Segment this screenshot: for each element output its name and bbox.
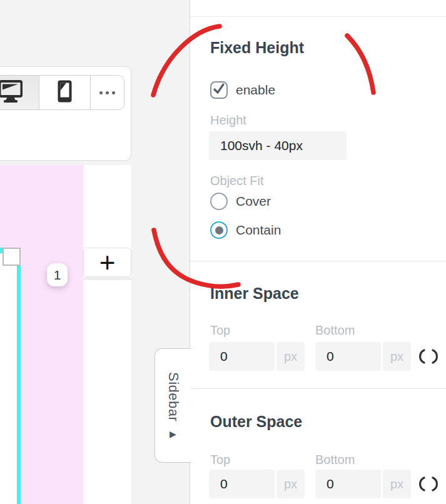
column-gap-band [83,278,131,280]
contain-label: Contain [236,223,281,238]
mobile-preview-button[interactable] [39,76,91,109]
section-divider [190,261,446,261]
outer-bottom-input[interactable] [315,470,381,498]
enable-row: enable [210,81,275,99]
more-devices-button[interactable] [91,76,124,109]
fixed-height-title: Fixed Height [210,39,304,57]
outer-top-field: px [209,470,305,498]
object-fit-option-cover[interactable]: Cover [210,193,271,210]
inner-bottom-input[interactable] [315,342,381,371]
outer-bottom-unit: px [383,470,411,498]
inner-bottom-unit: px [383,342,411,371]
sidebar-collapse-tab[interactable]: Sidebar ▶ [155,348,191,463]
height-input[interactable] [209,131,347,160]
sidebar-tab-label: Sidebar [165,372,181,421]
enable-checkbox[interactable] [210,81,228,99]
device-preview-toolbar [0,75,124,110]
outer-top-label: Top [210,453,230,467]
outer-bottom-label: Bottom [315,453,355,467]
selection-resize-handle[interactable] [3,248,21,266]
selected-element-body[interactable] [0,253,17,504]
inner-bottom-label: Bottom [315,323,355,338]
object-fit-label: Object Fit [210,174,264,188]
empty-column-strip [83,165,131,504]
inner-space-title: Inner Space [210,285,299,303]
ellipsis-icon [99,91,115,94]
outer-top-input[interactable] [209,470,275,498]
panel-top-divider [190,16,446,17]
enable-label: enable [236,83,275,98]
inner-bottom-field: px [315,342,411,371]
height-label: Height [210,113,246,128]
chevron-right-icon: ▶ [170,429,176,439]
inner-space-link-values-icon[interactable] [418,348,439,368]
settings-panel: Fixed Height enable Height Object Fit Co… [190,0,446,504]
radio-unselected-icon[interactable] [210,193,228,210]
column-number-badge[interactable]: 1 [47,263,68,286]
column-number-label: 1 [54,268,61,283]
section-divider [190,388,446,389]
outer-bottom-field: px [315,470,411,498]
outer-top-unit: px [276,470,305,498]
outer-space-link-values-icon[interactable] [418,475,439,495]
inner-top-unit: px [276,342,305,371]
inner-top-label: Top [210,323,230,338]
selection-border-right [17,253,21,504]
plus-icon: + [99,249,116,276]
add-column-button[interactable]: + [83,248,131,277]
mobile-icon [58,80,72,105]
checkmark-icon [212,82,226,98]
desktop-preview-button[interactable] [0,76,39,109]
inner-top-field: px [209,342,305,371]
object-fit-option-contain[interactable]: Contain [210,221,281,239]
inner-top-input[interactable] [209,342,275,371]
outer-space-title: Outer Space [210,413,302,431]
desktop-icon [0,79,23,106]
radio-selected-icon[interactable] [210,221,228,239]
cover-label: Cover [236,194,271,209]
